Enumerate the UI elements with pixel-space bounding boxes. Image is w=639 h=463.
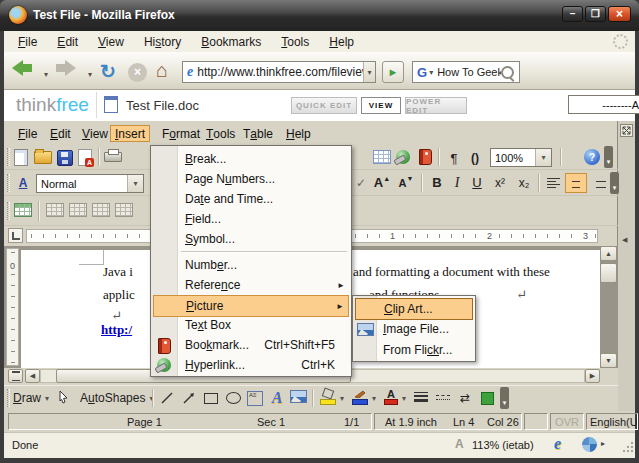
toolbar-grip[interactable]	[7, 389, 10, 407]
insert-table-icon[interactable]	[373, 150, 391, 164]
field-codes-icon[interactable]: ()	[466, 149, 484, 167]
app-menu-help[interactable]: Help	[282, 125, 315, 142]
scroll-right-icon[interactable]: ▶	[585, 369, 600, 383]
scroll-down-icon[interactable]: ▼	[600, 353, 617, 368]
browser-menu-edit[interactable]: Edit	[57, 35, 78, 49]
save-icon[interactable]	[57, 150, 73, 166]
view-button[interactable]: VIEW	[361, 97, 401, 114]
hyperlink-text[interactable]: http:/	[101, 322, 132, 338]
resize-grip[interactable]	[622, 441, 634, 453]
toolbar-grip[interactable]	[7, 148, 10, 166]
status-menu-caret-icon[interactable]: ▸	[601, 439, 605, 448]
style-dropdown-icon[interactable]: ▾	[127, 175, 143, 192]
dash-style-icon[interactable]	[434, 390, 452, 404]
app-menu-insert[interactable]: Insert	[110, 125, 150, 142]
menu-item-picture[interactable]: Picture►	[153, 295, 349, 317]
scroll-up-icon[interactable]: ▲	[600, 246, 617, 261]
home-icon[interactable]: ⌂	[156, 59, 168, 82]
partial-check-icon[interactable]: ✓	[354, 174, 368, 192]
app-menu-format[interactable]: Format	[158, 125, 204, 142]
ie-tab-icon[interactable]: e	[554, 435, 561, 453]
split-cells-icon[interactable]	[115, 203, 133, 217]
close-button[interactable]: ×	[608, 6, 631, 22]
shrink-font-icon[interactable]: A▼	[396, 173, 416, 192]
superscript-icon[interactable]: x²	[490, 173, 510, 192]
menu-item-hyperlink[interactable]: Hyperlink...Ctrl+K	[153, 355, 349, 375]
menu-item-page-numbers[interactable]: Page Numbers...	[153, 169, 349, 189]
arrow-icon[interactable]	[180, 389, 198, 407]
table-icon[interactable]	[14, 203, 32, 217]
toolbar-overflow-icon[interactable]: ▾	[500, 387, 509, 409]
window-titlebar[interactable]: Test File - Mozilla Firefox – ❒ ×	[0, 0, 639, 31]
text-box-icon[interactable]: A≡	[246, 389, 264, 407]
ietab-switch-icon[interactable]	[582, 437, 597, 452]
shadow-style-icon[interactable]	[478, 390, 496, 406]
wordart-icon[interactable]: A	[268, 389, 286, 407]
open-icon[interactable]	[34, 151, 52, 164]
forward-button[interactable]	[56, 60, 76, 76]
search-input[interactable]: How To Geek	[433, 66, 501, 78]
font-color-icon[interactable]: A	[382, 387, 400, 406]
style-combo[interactable]: Normal▾	[36, 174, 144, 193]
menu-item-number[interactable]: Number...	[153, 255, 349, 275]
submenu-item-from-flickr[interactable]: From Flickr...	[355, 340, 473, 360]
line-color-icon[interactable]	[350, 388, 370, 406]
merge-cells-icon[interactable]	[92, 203, 110, 217]
rectangle-icon[interactable]	[202, 389, 220, 407]
fullscreen-icon[interactable]	[620, 124, 633, 137]
forward-dropdown-icon[interactable]: ▾	[88, 70, 92, 79]
page-zoom-icon[interactable]: A	[455, 437, 464, 451]
insert-row-icon[interactable]	[69, 203, 87, 217]
app-menu-edit[interactable]: Edit	[46, 125, 75, 142]
bookmark-icon[interactable]	[419, 149, 432, 165]
insert-column-icon[interactable]	[46, 203, 64, 217]
vertical-scrollbar-thumb[interactable]	[600, 263, 617, 283]
menu-item-date-and-time[interactable]: Date and Time...	[153, 189, 349, 209]
styles-icon[interactable]: A	[14, 174, 32, 192]
show-paragraph-marks-icon[interactable]: ¶	[445, 149, 463, 167]
zoom-level-text[interactable]: 113% (ietab)	[472, 439, 534, 451]
app-menu-view[interactable]: View	[78, 125, 112, 142]
submenu-item-clip-art[interactable]: Clip Art...	[355, 298, 473, 320]
arrow-style-icon[interactable]: ⇄	[456, 389, 474, 407]
font-color-dropdown-icon[interactable]: ▾	[402, 394, 406, 403]
toolbar-grip[interactable]	[7, 174, 10, 192]
url-bar[interactable]: e http://www.thinkfree.com/fileview.tfo?…	[182, 61, 376, 83]
browser-menu-tools[interactable]: Tools	[281, 35, 309, 49]
search-icon[interactable]	[501, 66, 514, 79]
menu-item-text-box[interactable]: Text Box	[153, 315, 349, 335]
italic-icon[interactable]: I	[449, 173, 465, 192]
browser-menu-help[interactable]: Help	[329, 35, 354, 49]
url-dropdown-icon[interactable]: ▾	[363, 62, 375, 82]
app-menu-table[interactable]: Table	[239, 125, 277, 142]
app-menu-file[interactable]: File	[14, 125, 41, 142]
browser-menu-history[interactable]: History	[144, 35, 181, 49]
menu-item-reference[interactable]: Reference►	[153, 275, 349, 295]
toolbar-grip[interactable]	[7, 202, 10, 220]
align-right-icon[interactable]	[589, 174, 609, 192]
url-text[interactable]: http://www.thinkfree.com/fileview.tfo?me…	[197, 65, 363, 79]
app-menu-tools[interactable]: Tools	[202, 125, 239, 142]
insert-picture-icon[interactable]	[290, 390, 307, 403]
draw-menu-button[interactable]: Draw▾	[13, 389, 49, 407]
fill-color-dropdown-icon[interactable]: ▾	[340, 394, 344, 403]
subscript-icon[interactable]: x₂	[514, 173, 534, 192]
menu-item-break[interactable]: Break...	[153, 149, 349, 169]
print-icon[interactable]	[104, 152, 122, 162]
tab-selector[interactable]	[8, 228, 23, 243]
align-left-icon[interactable]	[543, 174, 563, 192]
underline-icon[interactable]: U	[468, 173, 486, 192]
zoom-dropdown-icon[interactable]: ▾	[535, 149, 551, 166]
help-icon[interactable]: ?	[584, 149, 600, 165]
export-pdf-icon[interactable]	[78, 149, 92, 166]
maximize-button[interactable]: ❒	[585, 6, 606, 22]
menu-item-symbol[interactable]: Symbol...	[153, 229, 349, 249]
align-center-icon[interactable]	[565, 173, 587, 193]
power-edit-button[interactable]: POWER EDIT	[405, 97, 467, 114]
grow-font-icon[interactable]: A▲	[372, 173, 392, 192]
vertical-ruler[interactable]: 0	[6, 248, 19, 366]
font-combo[interactable]: --------A	[568, 95, 639, 114]
bold-icon[interactable]: B	[428, 173, 446, 192]
minimize-button[interactable]: –	[562, 6, 583, 22]
line-icon[interactable]	[158, 389, 176, 407]
